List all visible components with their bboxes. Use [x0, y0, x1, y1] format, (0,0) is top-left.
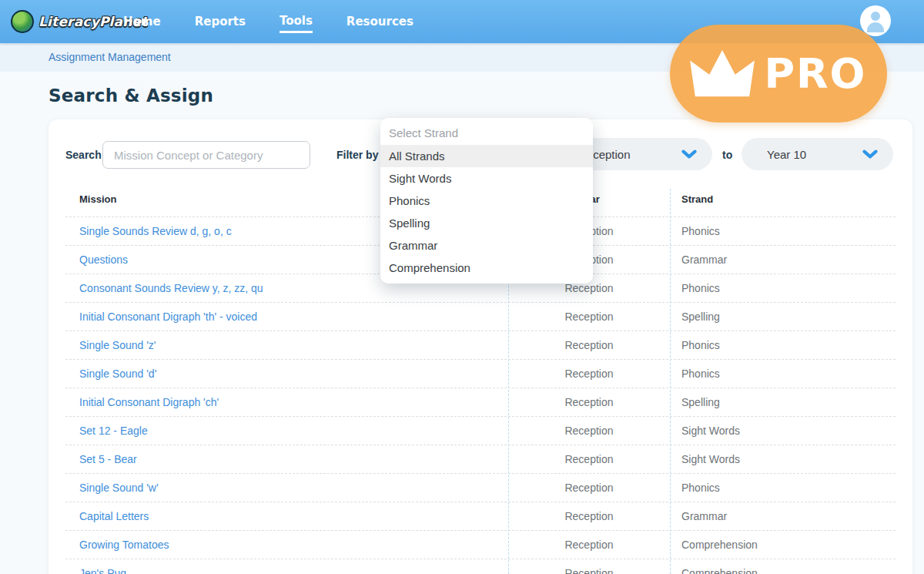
mission-link[interactable]: Growing Tomatoes [79, 531, 169, 559]
strand-cell: Phonics [681, 217, 720, 246]
pro-badge: PRO [670, 25, 887, 123]
strand-option[interactable]: All Strands [380, 145, 593, 167]
strand-cell: Phonics [681, 360, 720, 388]
table-row: Capital Letters Reception Grammar [65, 502, 896, 530]
column-header-mission: Mission [79, 193, 116, 205]
mission-link[interactable]: Set 12 - Eagle [79, 417, 148, 445]
search-label: Search [65, 139, 102, 170]
strand-option[interactable]: Grammar [380, 234, 593, 257]
strand-option[interactable]: Comprehension [380, 257, 593, 279]
nav-item[interactable]: Home [123, 12, 161, 32]
chevron-down-icon [862, 149, 878, 159]
user-icon [871, 12, 880, 21]
nav-item[interactable]: Tools [280, 11, 313, 33]
table-row: Single Sound 'w' Reception Phonics [65, 473, 896, 502]
year-cell: Reception [508, 559, 670, 574]
strand-option[interactable]: Spelling [380, 212, 593, 234]
mission-link[interactable]: Single Sound 'w' [79, 474, 159, 502]
table-row: Initial Consonant Digraph 'th' - voiced … [65, 302, 896, 331]
year-cell: Reception [508, 474, 670, 502]
strand-cell: Comprehension [681, 559, 758, 574]
mission-link[interactable]: Initial Consonant Digraph 'th' - voiced [79, 303, 257, 331]
mission-link[interactable]: Single Sound 'z' [79, 331, 156, 360]
strand-cell: Phonics [681, 474, 720, 502]
user-avatar-button[interactable] [860, 5, 891, 36]
year-to-select[interactable]: Year 10 [742, 138, 893, 170]
breadcrumb-assignment-management[interactable]: Assignment Management [49, 43, 171, 72]
to-label: to [722, 139, 732, 170]
filter-by-label: Filter by [336, 139, 378, 170]
table-row: Set 5 - Bear Reception Sight Words [65, 445, 896, 473]
table-row: Initial Consonant Digraph 'ch' Reception… [65, 388, 896, 416]
user-icon-body [867, 22, 884, 32]
strand-cell: Spelling [681, 388, 720, 417]
year-cell: Reception [508, 360, 670, 388]
strand-option[interactable]: Sight Words [380, 167, 593, 190]
strand-cell: Grammar [681, 502, 727, 531]
year-cell: Reception [508, 417, 670, 445]
year-cell: Reception [508, 502, 670, 531]
strand-cell: Spelling [681, 303, 720, 331]
year-to-value: Year 10 [767, 148, 806, 161]
table-row: Jen's Pug Reception Comprehension [65, 559, 896, 574]
column-header-strand: Strand [681, 193, 713, 205]
year-cell: Reception [508, 388, 670, 417]
strand-cell: Sight Words [681, 445, 740, 474]
nav-item[interactable]: Reports [195, 12, 246, 32]
mission-link[interactable]: Consonant Sounds Review y, z, zz, qu [79, 274, 263, 303]
search-input[interactable] [102, 141, 310, 169]
strand-options: All Strands Sight Words Phonics Spelling… [380, 145, 593, 279]
table-row: Single Sound 'z' Reception Phonics [65, 331, 896, 359]
globe-icon [11, 10, 34, 33]
table-row: Growing Tomatoes Reception Comprehension [65, 530, 896, 559]
crown-icon [690, 50, 755, 98]
mission-link[interactable]: Capital Letters [79, 502, 149, 531]
mission-link[interactable]: Single Sounds Review d, g, o, c [79, 217, 232, 246]
strand-cell: Phonics [681, 331, 720, 360]
chevron-down-icon [681, 149, 697, 159]
mission-link[interactable]: Questions [79, 246, 128, 274]
strand-cell: Comprehension [681, 531, 758, 559]
table-row: Set 12 - Eagle Reception Sight Words [65, 416, 896, 445]
strand-dropdown-placeholder: Select Strand [380, 121, 593, 145]
year-cell: Reception [508, 531, 670, 559]
year-cell: Reception [508, 303, 670, 331]
strand-cell: Sight Words [681, 417, 740, 445]
page-title: Search & Assign [49, 86, 213, 106]
year-cell: Reception [508, 445, 670, 474]
mission-link[interactable]: Jen's Pug [79, 559, 126, 574]
strand-cell: Phonics [681, 274, 720, 303]
nav-items: Home Reports Tools Resources [123, 0, 413, 43]
strand-dropdown-menu: Select Strand All Strands Sight Words Ph… [380, 118, 593, 284]
strand-option[interactable]: Phonics [380, 190, 593, 212]
mission-link[interactable]: Single Sound 'd' [79, 360, 156, 388]
year-cell: Reception [508, 331, 670, 360]
table-row: Single Sound 'd' Reception Phonics [65, 359, 896, 388]
nav-item[interactable]: Resources [346, 12, 413, 32]
mission-link[interactable]: Initial Consonant Digraph 'ch' [79, 388, 219, 417]
pro-badge-label: PRO [764, 49, 866, 98]
strand-cell: Grammar [681, 246, 727, 274]
mission-link[interactable]: Set 5 - Bear [79, 445, 137, 474]
